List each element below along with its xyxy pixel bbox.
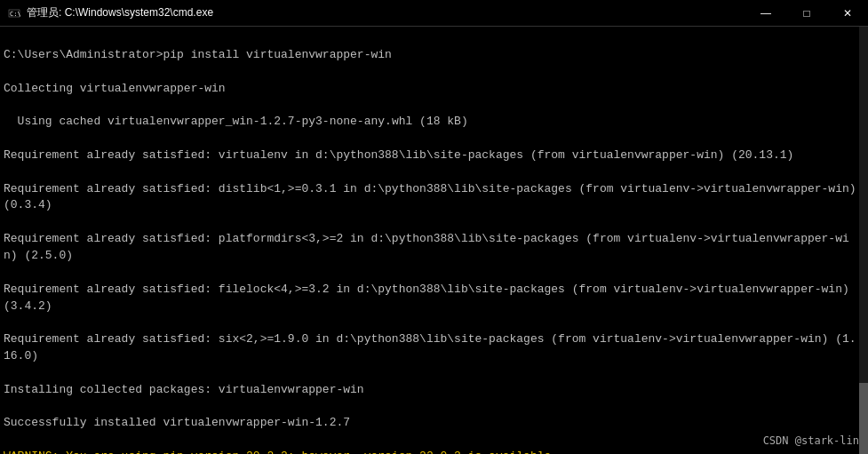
- minimize-button[interactable]: —: [745, 0, 786, 27]
- cmd-line-6: Requirement already satisfied: platformd…: [4, 232, 849, 262]
- cmd-line-2: Collecting virtualenvwrapper-win: [4, 82, 226, 95]
- cmd-window: C:\ 管理员: C:\Windows\system32\cmd.exe — □…: [0, 0, 868, 454]
- scrollbar[interactable]: [859, 27, 868, 454]
- cmd-line-9: Installing collected packages: virtualen…: [4, 383, 364, 396]
- titlebar-title: 管理员: C:\Windows\system32\cmd.exe: [27, 5, 213, 20]
- titlebar-left: C:\ 管理员: C:\Windows\system32\cmd.exe: [7, 5, 213, 20]
- cmd-line-8: Requirement already satisfied: six<2,>=1…: [4, 332, 856, 362]
- close-button[interactable]: ✕: [827, 0, 868, 27]
- watermark: CSDN @stark-lin: [763, 434, 859, 447]
- cmd-line-10: Successfully installed virtualenvwrapper…: [4, 416, 350, 429]
- console-area[interactable]: C:\Users\Administrator>pip install virtu…: [0, 27, 868, 454]
- cmd-line-7: Requirement already satisfied: filelock<…: [4, 283, 856, 313]
- cmd-line-3: Using cached virtualenvwrapper_win-1.2.7…: [4, 115, 468, 128]
- svg-text:C:\: C:\: [10, 11, 20, 18]
- console-output: C:\Users\Administrator>pip install virtu…: [4, 30, 863, 454]
- cmd-line-5: Requirement already satisfied: distlib<1…: [4, 182, 863, 212]
- scrollbar-thumb[interactable]: [859, 383, 868, 454]
- cmd-line-4: Requirement already satisfied: virtualen…: [4, 148, 793, 162]
- cmd-line-1: C:\Users\Administrator>pip install virtu…: [4, 48, 392, 61]
- titlebar-controls: — □ ✕: [745, 0, 868, 27]
- cmd-icon: C:\: [7, 6, 21, 20]
- warning-line-1: WARNING: You are using pip version 20.2.…: [4, 450, 558, 454]
- titlebar: C:\ 管理员: C:\Windows\system32\cmd.exe — □…: [0, 0, 868, 27]
- maximize-button[interactable]: □: [786, 0, 827, 27]
